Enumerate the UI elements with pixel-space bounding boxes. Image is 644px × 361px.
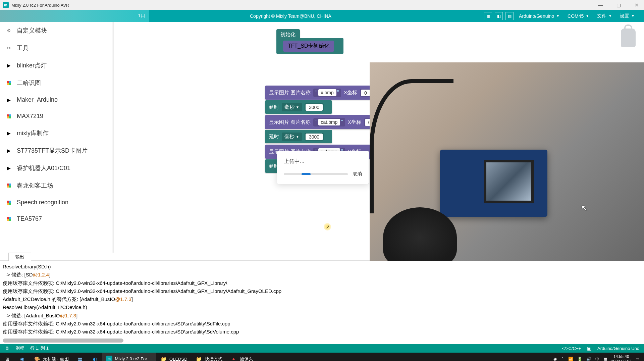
copyright-text: Copyright © Mixly Team@BNU, CHINA	[250, 13, 331, 19]
taskbar-cortana[interactable]: ◉	[15, 353, 30, 361]
chevron-down-icon: ▼	[631, 14, 635, 18]
taskbar-browser[interactable]: ◐	[88, 353, 102, 361]
tray-keyboard-icon[interactable]: ▦	[603, 357, 607, 361]
cancel-button[interactable]: 取消	[353, 171, 362, 177]
output-console[interactable]: ResolveLibrary(SD.h) -> 候选: [SD@1.2.4] 使…	[0, 261, 644, 344]
close-button[interactable]: ✕	[632, 2, 641, 8]
board-icon: ▣	[587, 346, 591, 351]
window-titlebar: m Mixly 2.0 rc2 For Arduino AVR — ▢ ✕	[0, 0, 644, 10]
settings-menu[interactable]: 设置 ▼	[617, 13, 637, 19]
windows-icon: ⊞	[4, 356, 11, 361]
board-dropdown[interactable]: Arduino/Genuino ▼	[516, 13, 562, 19]
folder-icon: 📁	[160, 356, 167, 361]
calc-icon: ▦	[77, 356, 84, 361]
output-tab[interactable]: 输出	[8, 253, 31, 261]
gear-icon: ⚙	[5, 27, 12, 34]
colorbox-icon	[5, 199, 12, 206]
taskbar-mixly[interactable]: mMixly 2.0 rc2 For ...	[102, 353, 156, 361]
maximize-button[interactable]: ▢	[614, 2, 624, 8]
chevron-down-icon: ▼	[586, 14, 589, 18]
block-delay-1[interactable]: 延时 毫秒▼ 3000	[265, 100, 332, 114]
status-board: Arduino/Genuino Uno	[597, 346, 639, 351]
sidebar-item-tools[interactable]: ✂工具	[0, 39, 114, 57]
sidebar-item-speech[interactable]: Speech recognition	[0, 194, 114, 211]
colorbox-icon	[5, 80, 12, 86]
file-menu[interactable]: 文件 ▼	[594, 13, 614, 19]
sidebar-item-st7735[interactable]: ▶ST7735TFT显示SD卡图片	[0, 142, 114, 159]
sidebar-item-erha[interactable]: 二哈识图	[0, 74, 114, 92]
console-hscrollbar[interactable]	[3, 339, 123, 343]
cursor-highlight	[324, 223, 331, 230]
port-dropdown[interactable]: COM45 ▼	[565, 13, 592, 19]
status-example: 例程	[15, 345, 24, 351]
category-sidebar: ⚙自定义模块 ✂工具 ▶blinker点灯 二哈识图 ▶Maker_Arduin…	[0, 22, 114, 253]
sidebar-item-blinker[interactable]: ▶blinker点灯	[0, 57, 114, 74]
play-icon: ▶	[5, 62, 12, 69]
taskbar-folder-shortcut[interactable]: 📁快捷方式	[192, 353, 226, 361]
block-delay-2[interactable]: 延时 毫秒▼ 3000	[265, 130, 332, 143]
chevron-down-icon: ▼	[608, 14, 612, 18]
layout-icon-3[interactable]: ▤	[505, 12, 514, 20]
layout-icon-1[interactable]: ▦	[484, 12, 492, 20]
sidebar-item-robot[interactable]: ▶睿护机器人A01/C01	[0, 159, 114, 177]
tray-ime[interactable]: 中	[595, 356, 599, 361]
status-bar: 🗎 例程 行 1, 列 1 </>C/C++ ▣ Arduino/Genuino…	[0, 344, 644, 353]
browser-icon: ◐	[92, 356, 98, 361]
status-cursor-pos: 行 1, 列 1	[30, 345, 49, 351]
camera-overlay: ↖	[370, 62, 644, 268]
backpack-icon[interactable]	[621, 29, 636, 47]
sidebar-item-tea5767[interactable]: TEA5767	[0, 211, 114, 227]
dialog-title: 上传中...	[284, 158, 362, 165]
play-icon: ▶	[5, 165, 12, 171]
colorbox-icon	[5, 113, 12, 120]
play-icon: ▶	[5, 97, 12, 103]
taskbar-calc[interactable]: ▦	[73, 353, 88, 361]
wrench-icon: ✂	[5, 45, 12, 51]
play-icon: ▶	[5, 130, 12, 137]
sidebar-item-ruilong[interactable]: 睿龙创客工场	[0, 177, 114, 194]
overlay-cursor-icon: ↖	[581, 203, 588, 213]
tray-volume-icon[interactable]: 🔊	[586, 357, 591, 361]
block-tft-init[interactable]: TFT_SD卡初始化	[283, 41, 334, 52]
tray-battery-icon[interactable]: 🔋	[577, 357, 582, 361]
record-icon: ●	[230, 356, 237, 361]
block-init-body[interactable]: TFT_SD卡初始化	[276, 38, 343, 54]
window-title: Mixly 2.0 rc2 For Arduino AVR	[11, 3, 69, 8]
app-icon: m	[3, 2, 9, 8]
main-toolbar: Copyright © Mixly Team@BNU, CHINA ▦ ◧ ▤ …	[0, 10, 644, 22]
chevron-down-icon: ▼	[556, 14, 559, 18]
sidebar-item-max7219[interactable]: MAX7219	[0, 108, 114, 124]
tray-notifications-icon[interactable]: ▭	[636, 357, 639, 361]
play-icon: ▶	[5, 147, 12, 154]
tray-chevron-icon[interactable]: ⌃	[561, 357, 564, 361]
cortana-icon: ◉	[19, 356, 25, 361]
windows-taskbar: ⊞ ◉ 🎨无标题 - 画图 ▦ ◐ mMixly 2.0 rc2 For ...…	[0, 353, 644, 361]
upload-dialog: 上传中... 取消	[277, 151, 369, 184]
mixly-icon: m	[106, 356, 112, 361]
tray-icon[interactable]: ◉	[553, 357, 557, 361]
layout-icon-2[interactable]: ◧	[495, 12, 503, 20]
sidebar-item-custom-blocks[interactable]: ⚙自定义模块	[0, 22, 114, 39]
sidebar-item-mixly-lib[interactable]: ▶mixly库制作	[0, 124, 114, 142]
colorbox-icon	[5, 216, 12, 222]
sidebar-item-maker-arduino[interactable]: ▶Maker_Arduino	[0, 92, 114, 108]
taskbar-camera[interactable]: ●摄像头	[226, 353, 257, 361]
toolbar-left-blur	[0, 10, 149, 22]
tray-clock[interactable]: 14:55:40 2022-07-07	[611, 354, 632, 361]
paint-icon: 🎨	[34, 356, 40, 361]
taskbar-paint[interactable]: 🎨无标题 - 画图	[30, 353, 73, 361]
colorbox-icon	[5, 182, 12, 189]
start-button[interactable]: ⊞	[0, 353, 15, 361]
example-icon: 🗎	[5, 346, 9, 351]
folder-icon: 📁	[196, 356, 202, 361]
progress-bar	[284, 173, 348, 175]
minimize-button[interactable]: —	[595, 2, 605, 8]
taskbar-folder-oledsd[interactable]: 📁OLEDSD	[156, 353, 191, 361]
status-lang: </>C/C++	[562, 346, 581, 351]
tray-wifi-icon[interactable]: 📶	[568, 357, 573, 361]
